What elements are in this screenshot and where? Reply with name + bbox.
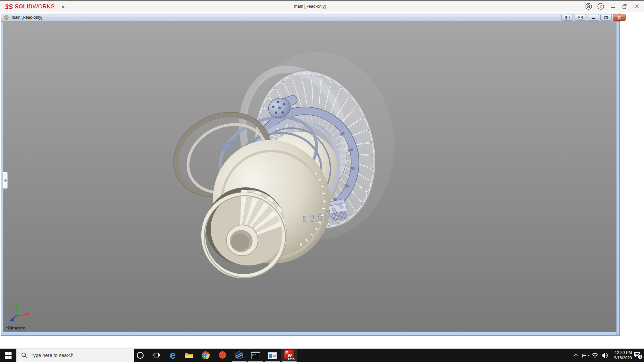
file-explorer-icon — [184, 351, 194, 359]
file-explorer-button[interactable] — [181, 349, 197, 362]
chrome-icon — [201, 351, 210, 360]
command-prompt-button[interactable]: C:\_ — [248, 349, 264, 362]
taskbar-clock[interactable]: 12:20 PM 9/16/2020 — [608, 349, 632, 362]
hexagon-app-button[interactable] — [231, 349, 247, 362]
jet-engine-model[interactable] — [3, 22, 616, 332]
brand-text-solid: SOLID — [15, 3, 33, 10]
feature-tree-collapse-tab[interactable] — [3, 172, 8, 189]
chevron-up-icon — [573, 353, 579, 358]
cortana-icon — [136, 351, 144, 359]
edge-icon: e — [170, 351, 175, 360]
search-placeholder: Type here to search — [31, 353, 73, 358]
command-prompt-icon: C:\_ — [251, 352, 260, 359]
triad-y-label: y — [15, 297, 17, 301]
cortana-button[interactable] — [132, 349, 148, 362]
action-center-button[interactable]: 1 — [632, 349, 644, 362]
help-icon: ? — [597, 3, 604, 10]
clock-date: 9/16/2020 — [608, 355, 632, 361]
user-icon — [585, 3, 592, 10]
windows-logo-icon — [4, 351, 12, 359]
doc-minimize-button[interactable] — [588, 14, 599, 21]
view-orientation-label: *Dimetric — [6, 325, 25, 330]
minimize-button[interactable] — [607, 1, 619, 12]
doc-close-icon — [617, 15, 622, 19]
menu-expand-chevron-icon[interactable]: ▶ — [62, 4, 65, 9]
sw-year: 2020 — [288, 358, 294, 361]
sw-letter-w: W — [288, 353, 292, 358]
battery-status[interactable] — [581, 349, 590, 362]
window-app-button[interactable] — [264, 349, 280, 362]
tab-grip-dot — [4, 179, 7, 182]
restore-icon — [621, 3, 629, 10]
solidworks-logo: 3S SOLIDWORKS ▶ — [5, 2, 65, 11]
task-view-icon — [152, 351, 160, 359]
help-button[interactable]: ? — [595, 1, 607, 12]
app-window-title: main [Read-only] — [243, 1, 377, 12]
wifi-icon — [591, 352, 599, 359]
document-title: main [Read-only] — [12, 15, 42, 20]
svg-text:?: ? — [600, 4, 602, 9]
task-view-button[interactable] — [148, 349, 164, 362]
orientation-triad: y x — [6, 297, 40, 325]
cmd-prompt-text: C:\_ — [252, 354, 258, 357]
brand-text-works: WORKS — [33, 3, 55, 10]
scissors-app-icon: ✂ — [218, 351, 227, 360]
close-icon — [633, 3, 641, 10]
search-icon — [21, 352, 27, 358]
resize-grip[interactable] — [614, 332, 619, 335]
window-app-icon — [268, 352, 277, 359]
show-right-pane-button[interactable] — [575, 14, 586, 21]
battery-charging-icon — [581, 352, 589, 359]
minimize-icon — [609, 3, 616, 10]
doc-restore-icon — [604, 16, 608, 19]
close-button[interactable] — [631, 1, 643, 12]
graphics-viewport[interactable]: y x *Dimetric — [3, 22, 616, 332]
doc-restore-button[interactable] — [600, 14, 612, 21]
pane-right-icon — [578, 16, 583, 19]
app-titlebar: 3S SOLIDWORKS ▶ main [Read-only] ? — [0, 0, 644, 12]
edge-button[interactable]: e — [165, 349, 181, 362]
screen-capture-button[interactable]: ✂ — [214, 349, 230, 362]
titlebar-separator — [59, 1, 59, 12]
document-titlebar[interactable]: main [Read-only] — [1, 13, 620, 22]
triad-x-label: x — [32, 312, 34, 316]
taskbar-search-input[interactable]: Type here to search — [16, 349, 134, 362]
account-button[interactable] — [583, 1, 595, 12]
start-button[interactable] — [0, 349, 16, 362]
document-window: main [Read-only] — [1, 13, 620, 336]
solidworks-2020-icon: S W 2020 — [284, 350, 294, 360]
solidworks-taskbar-button[interactable]: S W 2020 — [281, 349, 297, 362]
assembly-icon — [4, 15, 10, 20]
clock-time: 12:20 PM — [608, 350, 632, 355]
restore-button[interactable] — [619, 1, 631, 12]
windows-taskbar: Type here to search e — [0, 349, 644, 362]
doc-minimize-icon — [591, 16, 596, 19]
speaker-icon — [600, 352, 608, 359]
network-status[interactable] — [590, 349, 600, 362]
show-left-pane-button[interactable] — [561, 14, 573, 21]
doc-close-button[interactable] — [613, 14, 626, 21]
notification-icon: 1 — [633, 351, 643, 360]
hexagon-app-icon — [234, 351, 244, 360]
tray-expand-button[interactable] — [571, 349, 581, 362]
pane-left-icon — [565, 16, 570, 19]
3ds-logo-icon: 3S — [5, 3, 13, 11]
chrome-button[interactable] — [198, 349, 214, 362]
notification-badge: 1 — [639, 355, 641, 359]
